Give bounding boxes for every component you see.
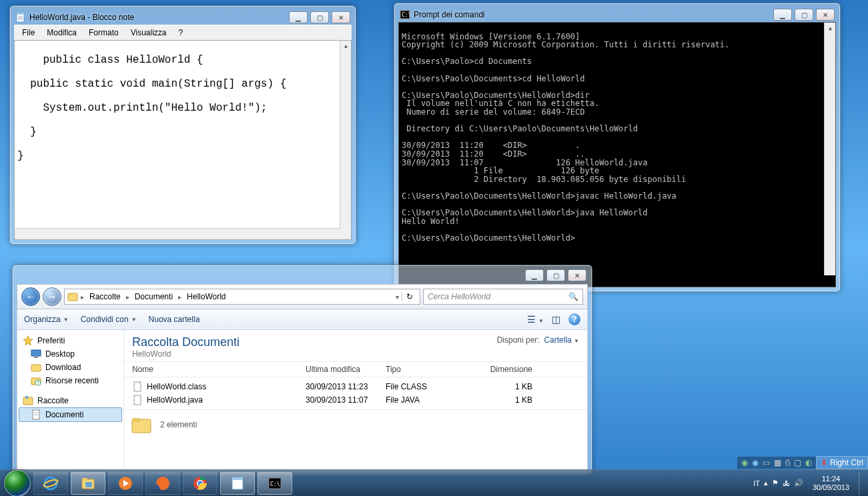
documents-icon	[31, 409, 41, 420]
col-name[interactable]: Nome	[132, 365, 306, 374]
cmd-terminal[interactable]: Microsoft Windows [Versione 6.1.7600] Co…	[398, 22, 836, 287]
menu-edit[interactable]: Modifica	[41, 27, 82, 39]
taskbar-ie[interactable]	[33, 472, 68, 495]
file-row[interactable]: HelloWorld.java 30/09/2013 11:07 File JA…	[132, 393, 579, 407]
vm-status-bar: ◉ ◉ ▭ ▦ ⎙ ▢ ◐ ⬇ Right Ctrl	[737, 456, 868, 469]
taskbar-wmp[interactable]	[108, 472, 143, 495]
search-input[interactable]: Cerca HelloWorld 🔍	[423, 289, 583, 305]
vm-disc-icon[interactable]: ◉	[741, 458, 748, 467]
maximize-button[interactable]: ▢	[795, 9, 813, 21]
forward-button[interactable]: →	[43, 287, 61, 306]
vm-folder-icon[interactable]: ▭	[763, 458, 770, 467]
scrollbar-horizontal[interactable]	[15, 228, 340, 239]
svg-rect-1	[17, 13, 24, 15]
explorer-navbar: ← → ▸ Raccolte ▸ Documenti ▸ HelloWorld …	[17, 284, 588, 309]
minimize-button[interactable]: ▁	[289, 11, 308, 23]
vm-usb-icon[interactable]: ⎙	[785, 458, 790, 467]
breadcrumb[interactable]: ▸ Raccolte ▸ Documenti ▸ HelloWorld ▾ ↻	[64, 289, 420, 305]
keyboard-icon: ⬇	[821, 458, 827, 467]
file-icon	[132, 395, 143, 405]
download-icon	[31, 362, 41, 373]
tray-clock[interactable]: 11:24 30/09/2013	[807, 475, 855, 491]
menu-view[interactable]: Visualizza	[125, 27, 172, 39]
taskbar-firefox[interactable]	[145, 472, 180, 495]
svg-rect-25	[132, 418, 140, 422]
sidebar-item-documenti[interactable]: Documenti	[19, 407, 122, 422]
tray-flag-icon[interactable]: ⚑	[772, 479, 779, 487]
sidebar-libraries-head[interactable]: Raccolte	[19, 394, 122, 407]
close-button[interactable]: ✕	[816, 9, 835, 21]
taskbar-chrome[interactable]	[183, 472, 218, 495]
refresh-button[interactable]: ↻	[402, 292, 417, 301]
close-button[interactable]: ✕	[568, 269, 586, 281]
share-button[interactable]: Condividi con▼	[81, 315, 137, 324]
svg-marker-9	[23, 336, 33, 345]
explorer-statusbar: 2 elementi	[124, 409, 587, 439]
sidebar-item-desktop[interactable]: Desktop	[19, 347, 122, 361]
column-headers[interactable]: Nome Ultima modifica Tipo Dimensione	[124, 361, 587, 377]
sidebar-item-download[interactable]: Download	[19, 361, 122, 374]
cmd-window: C:\ Prompt dei comandi ▁ ▢ ✕ Microsoft W…	[394, 3, 841, 292]
notepad-textarea[interactable]: public class HelloWorld { public static …	[14, 40, 352, 240]
tray-lang[interactable]: IT	[753, 479, 760, 487]
cmd-titlebar[interactable]: C:\ Prompt dei comandi ▁ ▢ ✕	[398, 7, 836, 22]
notepad-menubar: File Modifica Formato Visualizza ?	[14, 25, 352, 40]
sidebar-item-recent[interactable]: Risorse recenti	[19, 374, 122, 387]
col-size[interactable]: Dimensione	[466, 365, 532, 374]
start-button[interactable]	[4, 470, 31, 497]
menu-file[interactable]: File	[17, 27, 40, 39]
tray-expand-icon[interactable]: ▴	[764, 479, 768, 487]
crumb-documenti[interactable]: Documenti	[132, 292, 175, 301]
preview-pane-button[interactable]: ◫	[552, 314, 560, 325]
show-desktop-button[interactable]	[859, 472, 864, 495]
new-folder-button[interactable]: Nuova cartella	[149, 315, 200, 324]
minimize-button[interactable]: ▁	[773, 9, 792, 21]
help-button[interactable]: ?	[568, 313, 580, 325]
notepad-icon	[15, 12, 26, 23]
crumb-helloworld[interactable]: HelloWorld	[184, 292, 228, 301]
crumb-raccolte[interactable]: Raccolte	[87, 292, 123, 301]
sidebar-favorites-head[interactable]: Preferiti	[19, 334, 122, 347]
star-icon	[23, 335, 33, 346]
vm-net-icon[interactable]: ▦	[774, 458, 781, 467]
folder-icon	[131, 414, 152, 435]
file-row[interactable]: HelloWorld.class 30/09/2013 11:23 File C…	[132, 380, 579, 393]
taskbar-explorer[interactable]	[71, 472, 105, 495]
maximize-button[interactable]: ▢	[310, 11, 329, 23]
explorer-titlebar[interactable]: ▁ ▢ ✕	[17, 269, 588, 284]
notepad-titlebar[interactable]: HelloWorld.java - Blocco note ▁ ▢ ✕	[14, 10, 352, 25]
view-options-button[interactable]: ☰ ▼	[527, 314, 544, 325]
col-modified[interactable]: Ultima modifica	[306, 365, 386, 374]
status-text: 2 elementi	[160, 420, 197, 429]
notepad-content: public class HelloWorld { public static …	[17, 54, 286, 162]
vm-mouse-icon[interactable]: ◐	[805, 458, 812, 467]
vm-display-icon[interactable]: ▢	[794, 458, 801, 467]
back-button[interactable]: ←	[21, 287, 40, 306]
taskbar-notepad[interactable]	[220, 472, 255, 495]
col-type[interactable]: Tipo	[386, 365, 466, 374]
menu-help[interactable]: ?	[173, 27, 189, 39]
vm-disc-icon[interactable]: ◉	[752, 458, 759, 467]
svg-text:C:\: C:\	[270, 481, 280, 487]
libraries-icon	[67, 291, 78, 302]
tray-network-icon[interactable]: 🖧	[783, 479, 790, 487]
taskbar-cmd[interactable]: C:\	[258, 472, 292, 495]
breadcrumb-dropdown-icon[interactable]: ▾	[394, 293, 400, 301]
minimize-button[interactable]: ▁	[525, 269, 544, 281]
vm-host-key[interactable]: ⬇ Right Ctrl	[816, 456, 868, 469]
svg-rect-8	[68, 293, 72, 295]
arrange-by[interactable]: Disponi per: Cartella ▼	[497, 335, 579, 345]
svg-rect-12	[31, 365, 41, 371]
ie-icon	[43, 475, 59, 491]
close-button[interactable]: ✕	[332, 11, 350, 23]
svg-rect-10	[31, 350, 41, 356]
organize-button[interactable]: Organizza▼	[24, 315, 69, 324]
menu-format[interactable]: Formato	[83, 27, 124, 39]
maximize-button[interactable]: ▢	[546, 269, 565, 281]
tray-volume-icon[interactable]: 🔊	[794, 479, 803, 487]
svg-rect-11	[34, 357, 38, 358]
scrollbar-vertical[interactable]: ▲	[340, 41, 351, 228]
notepad-icon	[230, 475, 246, 491]
resize-grip[interactable]	[340, 228, 351, 239]
scrollbar-vertical[interactable]: ▲	[824, 23, 835, 275]
